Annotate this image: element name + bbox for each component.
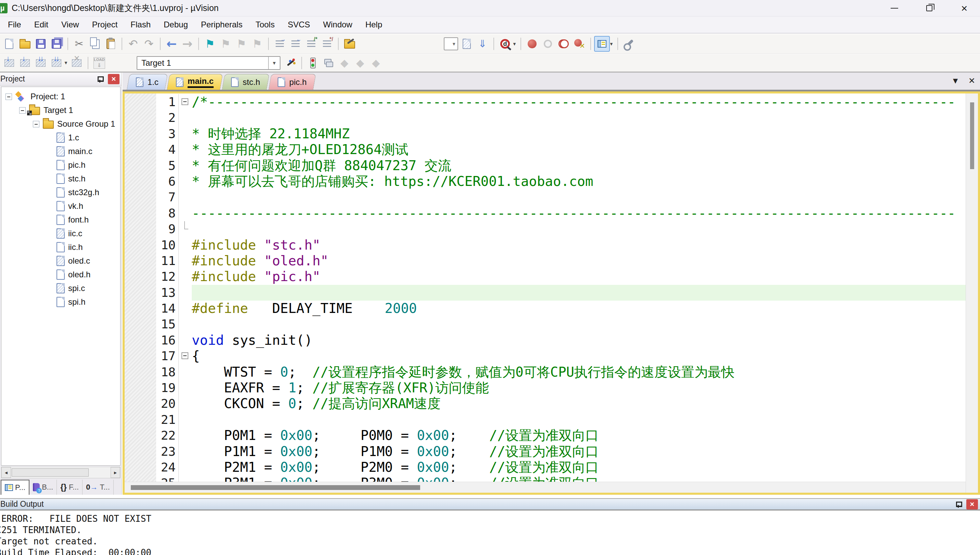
tree-item-oled-c[interactable]: oled.c (2, 254, 120, 268)
tree-item-spi-c[interactable]: spi.c (2, 281, 120, 295)
project-horizontal-scrollbar[interactable]: ◄ ► (1, 467, 120, 478)
tree-item-project-1[interactable]: Project: 1 (2, 90, 120, 103)
outdent-button[interactable] (288, 36, 303, 52)
tree-item-1-c[interactable]: 1.c (2, 131, 120, 144)
menu-peripherals[interactable]: Peripherals (194, 16, 249, 33)
scroll-left-icon[interactable]: ◄ (2, 467, 11, 478)
redo-button[interactable]: ↷ (141, 36, 157, 52)
tree-item-stc32g-h[interactable]: stc32g.h (2, 186, 120, 199)
tree-item-iic-h[interactable]: iic.h (2, 241, 120, 254)
tree-expander-icon[interactable] (33, 121, 39, 127)
menu-help[interactable]: Help (359, 16, 389, 33)
document-tab-pic-h[interactable]: pic.h (268, 74, 316, 90)
tab-list-dropdown-icon[interactable]: ▼ (951, 76, 959, 86)
panel-tab-project-window[interactable]: P... (1, 480, 29, 495)
tree-item-stc-h[interactable]: stc.h (2, 172, 120, 186)
save-button[interactable] (33, 36, 49, 52)
pin-icon[interactable] (955, 501, 961, 508)
menu-debug[interactable]: Debug (157, 16, 194, 33)
translate-file-button[interactable] (2, 55, 17, 71)
window-list-button[interactable] (594, 36, 610, 52)
bookmark-next-button[interactable]: ⚑ (234, 36, 249, 52)
tree-item-spi-h[interactable]: spi.h (2, 295, 120, 309)
scroll-right-icon[interactable]: ► (111, 467, 120, 478)
panel-tab-functions[interactable]: {}F... (57, 480, 82, 495)
indent-button[interactable] (272, 36, 288, 52)
manage-project-items-button[interactable] (321, 55, 337, 71)
build-output-log[interactable]: ERROR: FILE DOES NOT EXISTC251 TERMINATE… (0, 512, 980, 555)
editor-vertical-scrollbar[interactable] (966, 93, 978, 493)
tree-item-font-h[interactable]: font.h (2, 213, 120, 227)
insert-breakpoint-button[interactable] (524, 36, 540, 52)
select-software-packs-button[interactable]: ◆ (352, 55, 368, 71)
document-tab-1-c[interactable]: 1.c (127, 74, 168, 90)
cut-button[interactable]: ✂ (71, 36, 87, 52)
build-target-button[interactable] (17, 55, 33, 71)
update-software-packs-button[interactable]: ◆ (368, 55, 384, 71)
tree-item-oled-h[interactable]: oled.h (2, 268, 120, 281)
manage-rte-button[interactable] (305, 55, 321, 71)
tree-item-target-1[interactable]: Target 1 (2, 103, 120, 117)
menu-tools[interactable]: Tools (249, 16, 281, 33)
batch-build-button[interactable] (49, 55, 64, 71)
document-tab-main-c[interactable]: main.c (167, 74, 223, 90)
editor-horizontal-scrollbar[interactable] (125, 482, 966, 493)
stop-build-button[interactable] (69, 55, 85, 71)
find-next-button[interactable]: ⇓ (475, 36, 490, 52)
minimize-button[interactable] (887, 2, 902, 15)
rebuild-all-button[interactable] (33, 55, 49, 71)
menu-edit[interactable]: Edit (28, 16, 55, 33)
options-for-target-button[interactable] (282, 55, 298, 71)
fold-collapse-icon[interactable] (181, 352, 188, 359)
disable-all-breakpoints-button[interactable] (556, 36, 571, 52)
kill-all-breakpoints-button[interactable] (571, 36, 587, 52)
code-area[interactable]: 1/*-------------------------------------… (156, 93, 978, 493)
project-tree[interactable]: Project: 1Target 1Source Group 11.cmain.… (1, 87, 120, 466)
undo-button[interactable]: ↶ (125, 36, 141, 52)
book-search-button[interactable]: d (497, 36, 513, 52)
search-in-files-button[interactable] (459, 36, 475, 52)
clear-bookmarks-button[interactable]: ⚑ (249, 36, 265, 52)
open-folder-button[interactable] (17, 36, 33, 52)
code-editor[interactable]: 1/*-------------------------------------… (125, 93, 978, 493)
scrollbar-thumb[interactable] (12, 468, 89, 476)
enable-disable-breakpoint-button[interactable] (540, 36, 556, 52)
panel-tab-books[interactable]: B... (29, 480, 57, 495)
menu-window[interactable]: Window (317, 16, 359, 33)
target-select-combo[interactable]: Target 1▼ (136, 56, 281, 70)
tree-item-vk-h[interactable]: vk.h (2, 199, 120, 213)
build-output-close-button[interactable]: × (966, 499, 978, 510)
close-button[interactable]: × (957, 2, 972, 15)
pack-installer-button[interactable]: ◆ (337, 55, 352, 71)
dropdown-arrow-icon[interactable]: ▼ (268, 57, 280, 69)
save-all-button[interactable] (49, 36, 64, 52)
uncomment-selection-button[interactable] (319, 36, 335, 52)
paste-button[interactable] (103, 36, 119, 52)
fold-collapse-icon[interactable] (181, 98, 188, 105)
tree-expander-icon[interactable] (5, 93, 12, 100)
new-file-button[interactable] (2, 36, 17, 52)
document-tab-stc-h[interactable]: stc.h (222, 74, 269, 90)
tree-item-main-c[interactable]: main.c (2, 144, 120, 158)
panel-tab-templates[interactable]: 0→T... (82, 480, 114, 495)
configuration-wrench-button[interactable] (621, 36, 637, 52)
menu-flash[interactable]: Flash (124, 16, 157, 33)
menu-svcs[interactable]: SVCS (281, 16, 316, 33)
comment-selection-button[interactable] (303, 36, 319, 52)
menu-file[interactable]: File (2, 16, 28, 33)
find-in-files-folder-button[interactable] (342, 36, 358, 52)
find-text-combo-button[interactable]: ▼ (443, 36, 459, 52)
scrollbar-thumb[interactable] (970, 103, 974, 169)
tree-expander-icon[interactable] (19, 107, 26, 114)
tree-item-source-group-1[interactable]: Source Group 1 (2, 117, 120, 131)
tree-item-pic-h[interactable]: pic.h (2, 158, 120, 172)
bookmark-toggle-button[interactable]: ⚑ (202, 36, 218, 52)
restore-button[interactable] (922, 2, 937, 15)
copy-button[interactable] (87, 36, 103, 52)
project-panel-close-button[interactable]: × (108, 74, 120, 84)
tree-item-iic-c[interactable]: iic.c (2, 227, 120, 241)
navigate-back-button[interactable]: ← (164, 36, 180, 52)
editor-selection-margin[interactable] (125, 93, 156, 493)
scrollbar-thumb[interactable] (131, 485, 420, 490)
pin-icon[interactable] (97, 76, 103, 82)
